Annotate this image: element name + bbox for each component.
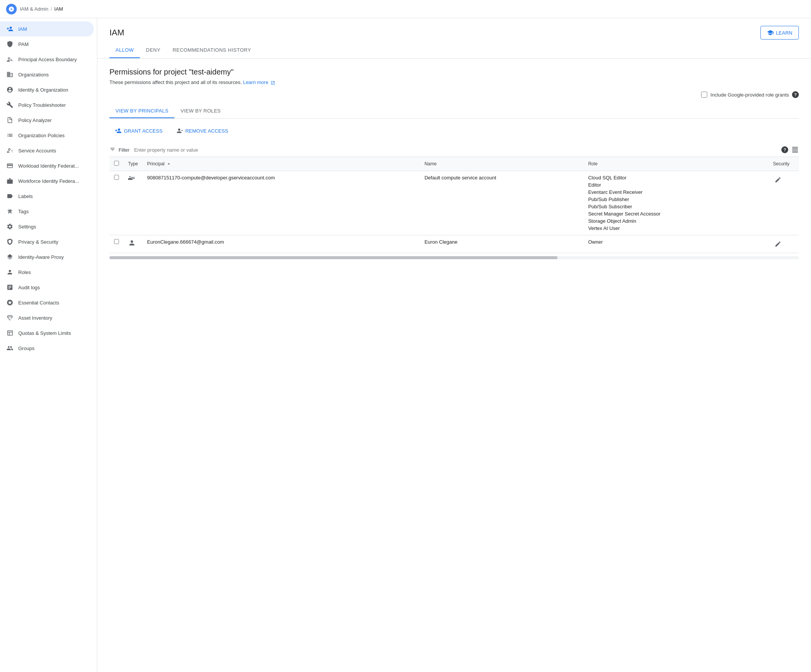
sidebar-item-workforce-identity[interactable]: Workforce Identity Federa... xyxy=(0,173,94,188)
app-logo xyxy=(6,4,17,14)
sidebar-item-groups[interactable]: Groups xyxy=(0,341,94,356)
sidebar-label-service-accounts: Service Accounts xyxy=(18,148,56,154)
filter-label: Filter xyxy=(119,147,130,153)
sidebar-icon-policy-troubleshooter xyxy=(6,101,14,109)
learn-more-text: Learn more xyxy=(243,80,268,85)
sidebar-icon-pab xyxy=(6,56,14,63)
svg-rect-0 xyxy=(131,177,135,178)
select-all-checkbox[interactable] xyxy=(114,161,119,166)
sidebar-item-quotas[interactable]: Quotas & System Limits xyxy=(0,325,94,341)
sidebar-item-labels[interactable]: Labels xyxy=(0,188,94,204)
filter-input[interactable] xyxy=(134,147,778,153)
row-checkbox-1[interactable] xyxy=(114,239,119,244)
cell-security xyxy=(769,171,799,235)
sidebar-label-audit-logs: Audit logs xyxy=(18,285,40,290)
filter-help-icon[interactable]: ? xyxy=(781,146,788,153)
sidebar-item-policy-troubleshooter[interactable]: Policy Troubleshooter xyxy=(0,97,94,112)
sidebar-icon-service-accounts xyxy=(6,147,14,154)
sidebar-item-identity-org[interactable]: Identity & Organization xyxy=(0,82,94,97)
sidebar-icon-org-policies xyxy=(6,132,14,139)
columns-icon[interactable] xyxy=(791,146,799,154)
sidebar-label-settings: Settings xyxy=(18,224,36,229)
scroll-thumb[interactable] xyxy=(109,256,558,259)
cell-principal: 908087151170-compute@developer.gservicea… xyxy=(143,171,420,235)
include-help-icon[interactable]: ? xyxy=(792,91,799,98)
main-header: IAM LEARN xyxy=(97,18,811,39)
table-header-row: Type Principal Name xyxy=(109,157,799,171)
sidebar-item-settings[interactable]: Settings xyxy=(0,219,94,234)
include-label: Include Google-provided role grants xyxy=(701,92,789,98)
role-item: Vertex AI User xyxy=(588,226,764,231)
tab-by-principals[interactable]: VIEW BY PRINCIPALS xyxy=(109,104,175,118)
sidebar-label-asset-inventory: Asset Inventory xyxy=(18,315,53,321)
permissions-title: Permissions for project "test-aidemy" xyxy=(109,68,799,76)
breadcrumb-parent[interactable]: IAM & Admin xyxy=(20,6,48,12)
content-area: Permissions for project "test-aidemy" Th… xyxy=(97,59,811,268)
tab-deny[interactable]: DENY xyxy=(140,42,166,58)
sidebar-item-service-accounts[interactable]: Service Accounts xyxy=(0,143,94,158)
remove-access-icon xyxy=(176,127,183,134)
breadcrumb-current: IAM xyxy=(54,6,63,12)
sidebar-item-asset-inventory[interactable]: Asset Inventory xyxy=(0,310,94,325)
sidebar-icon-essential-contacts xyxy=(6,299,14,306)
grant-access-button[interactable]: GRANT ACCESS xyxy=(109,125,168,137)
sidebar-label-iam: IAM xyxy=(18,26,27,32)
th-type-label: Type xyxy=(128,161,138,166)
sidebar-icon-quotas xyxy=(6,329,14,337)
sidebar-item-org-policies[interactable]: Organization Policies xyxy=(0,128,94,143)
sidebar-item-roles[interactable]: Roles xyxy=(0,265,94,280)
include-checkbox[interactable] xyxy=(701,92,707,98)
remove-access-button[interactable]: REMOVE ACCESS xyxy=(171,125,234,137)
main-tabs: ALLOWDENYRECOMMENDATIONS HISTORY xyxy=(97,42,811,59)
sidebar-icon-labels xyxy=(6,192,14,200)
graduation-icon xyxy=(767,29,774,36)
app-layout: IAM PAM Principal Access Boundary Organi… xyxy=(0,18,811,672)
grant-access-icon xyxy=(115,127,122,134)
sidebar-label-tags: Tags xyxy=(18,209,29,214)
sidebar-icon-iam xyxy=(6,25,14,33)
sidebar-item-organizations[interactable]: Organizations xyxy=(0,67,94,82)
learn-more-link[interactable]: Learn more xyxy=(243,80,275,85)
row-checkbox-0[interactable] xyxy=(114,175,119,180)
sidebar-item-identity-aware-proxy[interactable]: Identity-Aware Proxy xyxy=(0,249,94,265)
sidebar-item-workload-identity[interactable]: Workload Identity Federat... xyxy=(0,158,94,173)
th-role-label: Role xyxy=(588,161,598,166)
tab-allow[interactable]: ALLOW xyxy=(109,42,140,58)
sidebar-item-pab[interactable]: Principal Access Boundary xyxy=(0,52,94,67)
tab-by-roles[interactable]: VIEW BY ROLES xyxy=(175,104,227,118)
sidebar-item-iam[interactable]: IAM xyxy=(0,21,94,36)
sidebar-item-audit-logs[interactable]: Audit logs xyxy=(0,280,94,295)
sidebar: IAM PAM Principal Access Boundary Organi… xyxy=(0,18,97,672)
learn-button[interactable]: LEARN xyxy=(760,26,799,39)
table-row: EuronClegane.666674@gmail.comEuron Clega… xyxy=(109,235,799,253)
sidebar-label-workforce-identity: Workforce Identity Federa... xyxy=(18,178,79,184)
th-checkbox xyxy=(109,157,124,171)
sidebar-item-policy-analyzer[interactable]: Policy Analyzer xyxy=(0,112,94,128)
tab-recommendations[interactable]: RECOMMENDATIONS HISTORY xyxy=(166,42,257,58)
table-row: 908087151170-compute@developer.gservicea… xyxy=(109,171,799,235)
sidebar-label-pam: PAM xyxy=(18,41,29,47)
sidebar-label-org-policies: Organization Policies xyxy=(18,132,64,138)
role-item: Cloud SQL Editor xyxy=(588,175,764,180)
horizontal-scrollbar[interactable] xyxy=(109,256,799,259)
sidebar-label-policy-troubleshooter: Policy Troubleshooter xyxy=(18,102,66,108)
sidebar-item-pam[interactable]: PAM xyxy=(0,36,94,52)
table-body: 908087151170-compute@developer.gservicea… xyxy=(109,171,799,253)
sidebar-item-tags[interactable]: Tags xyxy=(0,204,94,219)
th-principal[interactable]: Principal xyxy=(143,157,420,171)
edit-button-1[interactable] xyxy=(773,239,783,249)
cell-name: Default compute service account xyxy=(420,171,584,235)
sidebar-icon-privacy-security xyxy=(6,238,14,246)
sidebar-item-essential-contacts[interactable]: Essential Contacts xyxy=(0,295,94,310)
sidebar-icon-policy-analyzer xyxy=(6,116,14,124)
th-security: Security xyxy=(769,157,799,171)
sidebar-icon-asset-inventory xyxy=(6,314,14,322)
role-item: Storage Object Admin xyxy=(588,218,764,224)
cell-roles: Owner xyxy=(584,235,769,253)
edit-button-0[interactable] xyxy=(773,175,783,185)
sidebar-label-pab: Principal Access Boundary xyxy=(18,57,77,62)
sidebar-item-privacy-security[interactable]: Privacy & Security xyxy=(0,234,94,249)
cell-roles: Cloud SQL EditorEditorEventarc Event Rec… xyxy=(584,171,769,235)
th-type: Type xyxy=(124,157,143,171)
cell-security xyxy=(769,235,799,253)
